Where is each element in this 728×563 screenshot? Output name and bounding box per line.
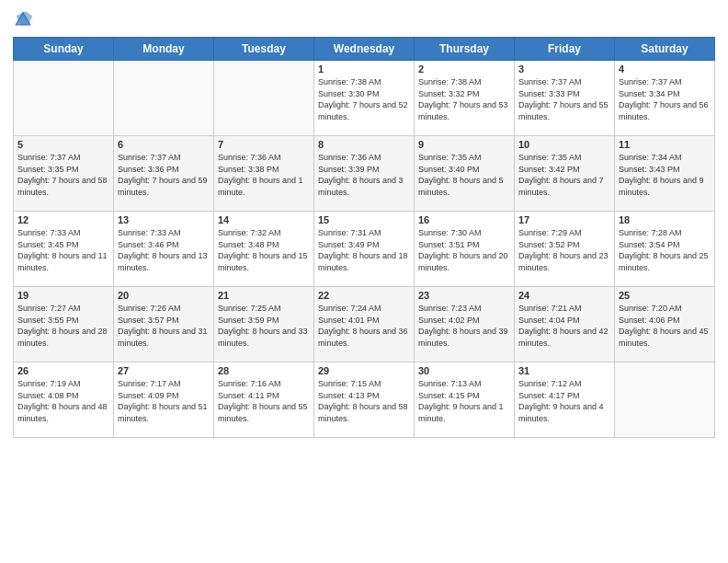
calendar-cell: 11Sunrise: 7:34 AMSunset: 3:43 PMDayligh…: [615, 136, 715, 212]
calendar-cell: [615, 362, 715, 438]
day-info: Sunrise: 7:37 AMSunset: 3:33 PMDaylight:…: [518, 76, 610, 122]
day-info: Sunrise: 7:27 AMSunset: 3:55 PMDaylight:…: [17, 303, 109, 349]
calendar-cell: 2Sunrise: 7:38 AMSunset: 3:32 PMDaylight…: [415, 61, 515, 136]
day-info: Sunrise: 7:35 AMSunset: 3:40 PMDaylight:…: [418, 152, 510, 198]
day-info: Sunrise: 7:20 AMSunset: 4:06 PMDaylight:…: [619, 303, 711, 349]
header: [13, 9, 715, 29]
calendar-cell: 1Sunrise: 7:38 AMSunset: 3:30 PMDaylight…: [314, 61, 415, 136]
calendar-cell: 3Sunrise: 7:37 AMSunset: 3:33 PMDaylight…: [515, 61, 615, 136]
day-number: 26: [17, 365, 109, 376]
weekday-header-row: SundayMondayTuesdayWednesdayThursdayFrid…: [14, 38, 715, 61]
page: SundayMondayTuesdayWednesdayThursdayFrid…: [0, 0, 728, 563]
day-info: Sunrise: 7:21 AMSunset: 4:04 PMDaylight:…: [518, 303, 610, 349]
weekday-header: Thursday: [415, 38, 515, 61]
day-number: 28: [218, 365, 310, 376]
calendar-cell: 21Sunrise: 7:25 AMSunset: 3:59 PMDayligh…: [214, 287, 314, 362]
calendar-cell: 29Sunrise: 7:15 AMSunset: 4:13 PMDayligh…: [314, 362, 415, 438]
day-number: 29: [318, 365, 410, 376]
weekday-header: Tuesday: [214, 38, 314, 61]
calendar-week-row: 19Sunrise: 7:27 AMSunset: 3:55 PMDayligh…: [14, 287, 715, 362]
day-number: 21: [218, 290, 310, 301]
calendar-week-row: 12Sunrise: 7:33 AMSunset: 3:45 PMDayligh…: [14, 212, 715, 287]
day-number: 16: [418, 214, 510, 225]
day-info: Sunrise: 7:35 AMSunset: 3:42 PMDaylight:…: [518, 152, 610, 198]
day-number: 12: [17, 214, 109, 225]
day-number: 22: [318, 290, 410, 301]
day-number: 3: [518, 63, 610, 75]
day-info: Sunrise: 7:16 AMSunset: 4:11 PMDaylight:…: [218, 378, 310, 424]
day-info: Sunrise: 7:37 AMSunset: 3:36 PMDaylight:…: [118, 152, 210, 198]
day-number: 11: [619, 139, 711, 150]
day-number: 23: [418, 290, 510, 301]
calendar-cell: 17Sunrise: 7:29 AMSunset: 3:52 PMDayligh…: [515, 212, 615, 287]
calendar-cell: 24Sunrise: 7:21 AMSunset: 4:04 PMDayligh…: [515, 287, 615, 362]
day-info: Sunrise: 7:19 AMSunset: 4:08 PMDaylight:…: [17, 378, 109, 424]
day-info: Sunrise: 7:28 AMSunset: 3:54 PMDaylight:…: [619, 227, 711, 273]
day-info: Sunrise: 7:25 AMSunset: 3:59 PMDaylight:…: [218, 303, 310, 349]
day-number: 7: [218, 139, 310, 150]
day-info: Sunrise: 7:26 AMSunset: 3:57 PMDaylight:…: [118, 303, 210, 349]
weekday-header: Saturday: [615, 38, 715, 61]
calendar-cell: 31Sunrise: 7:12 AMSunset: 4:17 PMDayligh…: [515, 362, 615, 438]
day-info: Sunrise: 7:38 AMSunset: 3:30 PMDaylight:…: [318, 76, 410, 122]
calendar-cell: [114, 61, 214, 136]
weekday-header: Wednesday: [314, 38, 415, 61]
day-info: Sunrise: 7:31 AMSunset: 3:49 PMDaylight:…: [318, 227, 410, 273]
day-info: Sunrise: 7:37 AMSunset: 3:34 PMDaylight:…: [619, 76, 711, 122]
day-number: 6: [118, 139, 210, 150]
calendar-cell: 19Sunrise: 7:27 AMSunset: 3:55 PMDayligh…: [14, 287, 114, 362]
day-info: Sunrise: 7:34 AMSunset: 3:43 PMDaylight:…: [619, 152, 711, 198]
day-info: Sunrise: 7:32 AMSunset: 3:48 PMDaylight:…: [218, 227, 310, 273]
day-number: 4: [619, 63, 711, 75]
calendar-cell: [14, 61, 114, 136]
calendar-cell: 26Sunrise: 7:19 AMSunset: 4:08 PMDayligh…: [14, 362, 114, 438]
calendar-cell: 18Sunrise: 7:28 AMSunset: 3:54 PMDayligh…: [615, 212, 715, 287]
calendar-week-row: 26Sunrise: 7:19 AMSunset: 4:08 PMDayligh…: [14, 362, 715, 438]
calendar-cell: 8Sunrise: 7:36 AMSunset: 3:39 PMDaylight…: [314, 136, 415, 212]
calendar-cell: 15Sunrise: 7:31 AMSunset: 3:49 PMDayligh…: [314, 212, 415, 287]
day-info: Sunrise: 7:36 AMSunset: 3:38 PMDaylight:…: [218, 152, 310, 198]
calendar-cell: 7Sunrise: 7:36 AMSunset: 3:38 PMDaylight…: [214, 136, 314, 212]
day-info: Sunrise: 7:24 AMSunset: 4:01 PMDaylight:…: [318, 303, 410, 349]
calendar-cell: 14Sunrise: 7:32 AMSunset: 3:48 PMDayligh…: [214, 212, 314, 287]
day-number: 14: [218, 214, 310, 225]
day-info: Sunrise: 7:38 AMSunset: 3:32 PMDaylight:…: [418, 76, 510, 122]
weekday-header: Sunday: [14, 38, 114, 61]
calendar-week-row: 5Sunrise: 7:37 AMSunset: 3:35 PMDaylight…: [14, 136, 715, 212]
day-number: 1: [318, 63, 410, 75]
day-number: 20: [118, 290, 210, 301]
day-number: 13: [118, 214, 210, 225]
calendar-cell: 12Sunrise: 7:33 AMSunset: 3:45 PMDayligh…: [14, 212, 114, 287]
day-info: Sunrise: 7:37 AMSunset: 3:35 PMDaylight:…: [17, 152, 109, 198]
day-number: 30: [418, 365, 510, 376]
day-info: Sunrise: 7:33 AMSunset: 3:46 PMDaylight:…: [118, 227, 210, 273]
weekday-header: Monday: [114, 38, 214, 61]
day-number: 25: [619, 290, 711, 301]
day-info: Sunrise: 7:15 AMSunset: 4:13 PMDaylight:…: [318, 378, 410, 424]
calendar-cell: 5Sunrise: 7:37 AMSunset: 3:35 PMDaylight…: [14, 136, 114, 212]
day-number: 5: [17, 139, 109, 150]
day-info: Sunrise: 7:13 AMSunset: 4:15 PMDaylight:…: [418, 378, 510, 424]
day-info: Sunrise: 7:29 AMSunset: 3:52 PMDaylight:…: [518, 227, 610, 273]
calendar-cell: 27Sunrise: 7:17 AMSunset: 4:09 PMDayligh…: [114, 362, 214, 438]
day-info: Sunrise: 7:36 AMSunset: 3:39 PMDaylight:…: [318, 152, 410, 198]
calendar-cell: [214, 61, 314, 136]
calendar-cell: 28Sunrise: 7:16 AMSunset: 4:11 PMDayligh…: [214, 362, 314, 438]
logo: [13, 9, 37, 29]
calendar-cell: 30Sunrise: 7:13 AMSunset: 4:15 PMDayligh…: [415, 362, 515, 438]
day-info: Sunrise: 7:30 AMSunset: 3:51 PMDaylight:…: [418, 227, 510, 273]
day-number: 19: [17, 290, 109, 301]
day-number: 2: [418, 63, 510, 75]
calendar-cell: 9Sunrise: 7:35 AMSunset: 3:40 PMDaylight…: [415, 136, 515, 212]
calendar-cell: 20Sunrise: 7:26 AMSunset: 3:57 PMDayligh…: [114, 287, 214, 362]
calendar-cell: 22Sunrise: 7:24 AMSunset: 4:01 PMDayligh…: [314, 287, 415, 362]
day-info: Sunrise: 7:17 AMSunset: 4:09 PMDaylight:…: [118, 378, 210, 424]
calendar-cell: 16Sunrise: 7:30 AMSunset: 3:51 PMDayligh…: [415, 212, 515, 287]
calendar-cell: 6Sunrise: 7:37 AMSunset: 3:36 PMDaylight…: [114, 136, 214, 212]
day-number: 18: [619, 214, 711, 225]
calendar-cell: 13Sunrise: 7:33 AMSunset: 3:46 PMDayligh…: [114, 212, 214, 287]
calendar-cell: 25Sunrise: 7:20 AMSunset: 4:06 PMDayligh…: [615, 287, 715, 362]
day-info: Sunrise: 7:33 AMSunset: 3:45 PMDaylight:…: [17, 227, 109, 273]
day-number: 10: [518, 139, 610, 150]
calendar-table: SundayMondayTuesdayWednesdayThursdayFrid…: [13, 37, 715, 438]
